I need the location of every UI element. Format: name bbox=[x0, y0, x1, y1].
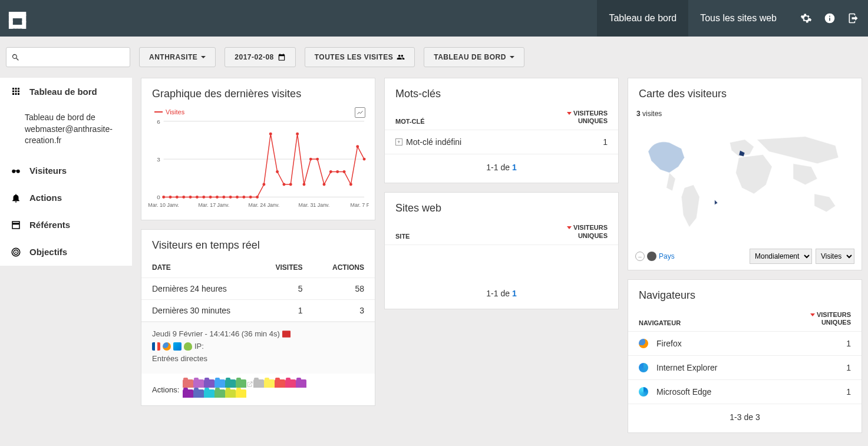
action-folder-icon[interactable] bbox=[285, 379, 296, 388]
dashboard-selector[interactable]: TABLEAU DE BORD bbox=[424, 47, 524, 67]
table-row[interactable]: Microsoft Edge1 bbox=[628, 380, 862, 404]
svg-point-19 bbox=[176, 196, 179, 199]
action-folder-icon[interactable] bbox=[236, 379, 246, 388]
svg-point-44 bbox=[343, 170, 346, 173]
svg-point-0 bbox=[12, 170, 15, 173]
chart-legend: Visites bbox=[147, 106, 369, 118]
sidebar-sub-dashboard[interactable]: Tableau de bord de webmaster@anthrasite-… bbox=[0, 105, 132, 157]
sidebar-item-visitors[interactable]: Visiteurs bbox=[0, 157, 132, 184]
svg-text:3: 3 bbox=[157, 156, 160, 163]
svg-point-41 bbox=[323, 183, 326, 186]
zoom-out-icon[interactable]: – bbox=[635, 252, 645, 261]
pagination: 1-1 de 1 bbox=[385, 280, 618, 309]
svg-point-24 bbox=[209, 196, 212, 199]
svg-point-34 bbox=[276, 170, 279, 173]
date-selector[interactable]: 2017-02-08 bbox=[225, 47, 295, 67]
action-folder-icon[interactable] bbox=[183, 389, 193, 398]
sidebar-item-goals[interactable]: Objectifs bbox=[0, 239, 132, 266]
map-metric-select[interactable]: Visites bbox=[816, 249, 854, 264]
svg-point-32 bbox=[262, 183, 265, 186]
visitor-session: Jeudi 9 Février - 14:41:46 (36 min 4s) I… bbox=[141, 322, 375, 374]
svg-point-31 bbox=[256, 196, 259, 199]
action-folder-icon[interactable] bbox=[204, 389, 214, 398]
action-folder-icon[interactable] bbox=[225, 389, 236, 398]
pagination: 1-1 de 1 bbox=[385, 154, 618, 183]
sidebar: Tableau de bord Tableau de bord de webma… bbox=[0, 78, 132, 266]
widget-title: Carte des visiteurs bbox=[628, 78, 862, 106]
site-selector[interactable]: ANTHRASITE bbox=[139, 47, 216, 67]
os-windows-icon bbox=[173, 342, 181, 351]
world-map[interactable] bbox=[628, 121, 862, 242]
widget-websites: Sites web SITE VISITEURSUNIQUES 1-1 de 1 bbox=[384, 192, 619, 309]
svg-point-47 bbox=[363, 158, 366, 161]
action-folder-icon[interactable] bbox=[183, 379, 193, 388]
svg-point-17 bbox=[162, 196, 165, 199]
action-folder-icon[interactable] bbox=[225, 379, 236, 388]
svg-point-18 bbox=[169, 196, 172, 199]
bell-icon bbox=[11, 193, 21, 203]
svg-text:Mar. 17 Janv.: Mar. 17 Janv. bbox=[198, 202, 229, 208]
widget-visits-chart: Graphique des dernières visites Visites … bbox=[141, 78, 375, 220]
browser-firefox-icon bbox=[163, 342, 171, 351]
widget-map: Carte des visiteurs 3 visites bbox=[628, 78, 862, 270]
svg-point-22 bbox=[196, 196, 199, 199]
calendar-icon bbox=[278, 53, 286, 61]
globe-icon[interactable] bbox=[647, 252, 656, 261]
widget-browsers: Navigateurs NAVIGATEUR VISITEURSUNIQUES … bbox=[628, 279, 862, 433]
chart-settings-icon[interactable] bbox=[355, 107, 365, 118]
nav-all-websites[interactable]: Tous les sites web bbox=[688, 0, 788, 37]
map-scope-select[interactable]: Mondialement bbox=[750, 249, 812, 264]
toolbar: ANTHRASITE 2017-02-08 TOUTES LES VISITES… bbox=[0, 37, 868, 78]
session-timestamp: Jeudi 9 Février - 14:41:46 (36 min 4s) bbox=[152, 329, 280, 338]
svg-text:6: 6 bbox=[157, 118, 160, 125]
table-row: Dernières 24 heures558 bbox=[141, 278, 375, 300]
logout-icon[interactable] bbox=[847, 12, 859, 24]
map-level-link[interactable]: Pays bbox=[659, 252, 675, 260]
svg-point-26 bbox=[222, 196, 225, 199]
svg-point-23 bbox=[202, 196, 205, 199]
search-input[interactable] bbox=[6, 47, 130, 67]
widget-title: Mots-clés bbox=[385, 78, 618, 106]
segment-selector[interactable]: TOUTES LES VISITES bbox=[305, 47, 415, 67]
action-folder-icon[interactable] bbox=[236, 389, 246, 398]
binoculars-icon bbox=[11, 166, 21, 176]
svg-point-38 bbox=[302, 183, 305, 186]
svg-point-43 bbox=[336, 170, 339, 173]
table-row[interactable]: +Mot-clé indéfini 1 bbox=[385, 130, 618, 154]
action-folder-icon[interactable] bbox=[193, 379, 204, 388]
action-folder-icon[interactable] bbox=[214, 379, 225, 388]
browser-icon bbox=[639, 387, 648, 397]
ip-label: IP: bbox=[194, 342, 204, 351]
action-folder-icon[interactable] bbox=[253, 379, 264, 388]
svg-text:Mar. 10 Janv.: Mar. 10 Janv. bbox=[148, 202, 179, 208]
provider-icon bbox=[282, 331, 291, 338]
svg-point-25 bbox=[216, 196, 219, 199]
window-icon bbox=[11, 220, 21, 230]
svg-point-35 bbox=[282, 183, 285, 186]
action-folder-icon[interactable] bbox=[275, 379, 285, 388]
action-folder-icon[interactable] bbox=[214, 389, 225, 398]
action-folder-icon[interactable] bbox=[296, 379, 306, 388]
table-row[interactable]: Internet Explorer1 bbox=[628, 356, 862, 380]
action-folder-icon[interactable] bbox=[264, 379, 275, 388]
sidebar-item-referrers[interactable]: Référents bbox=[0, 212, 132, 239]
action-folder-icon[interactable] bbox=[204, 379, 214, 388]
gear-icon[interactable] bbox=[800, 12, 812, 24]
sidebar-item-dashboard[interactable]: Tableau de bord bbox=[0, 78, 132, 105]
action-folder-icon[interactable] bbox=[193, 389, 204, 398]
external-link-icon[interactable] bbox=[246, 381, 253, 389]
svg-point-46 bbox=[356, 145, 359, 148]
svg-point-30 bbox=[249, 196, 252, 199]
expand-icon[interactable]: + bbox=[395, 138, 402, 146]
widget-title: Navigateurs bbox=[628, 280, 862, 308]
nav-dashboard[interactable]: Tableau de bord bbox=[597, 0, 688, 37]
svg-point-39 bbox=[309, 158, 312, 161]
svg-text:0: 0 bbox=[157, 194, 160, 200]
sidebar-item-actions[interactable]: Actions bbox=[0, 184, 132, 212]
table-row[interactable]: Firefox1 bbox=[628, 332, 862, 356]
svg-point-28 bbox=[236, 196, 239, 199]
svg-point-36 bbox=[289, 183, 292, 186]
session-actions: Actions: bbox=[141, 374, 375, 405]
grid-icon bbox=[11, 86, 21, 97]
info-icon[interactable] bbox=[824, 12, 836, 24]
